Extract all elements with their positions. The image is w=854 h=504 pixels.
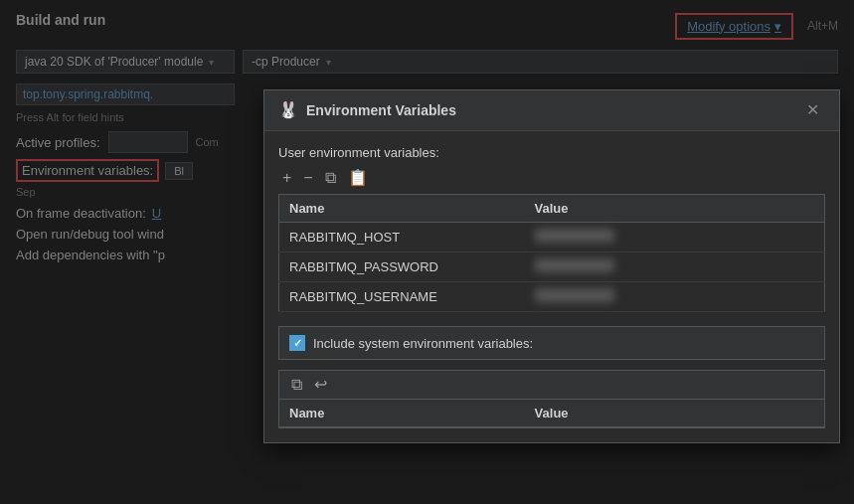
dialog-title-bar: 🐰 Environment Variables ✕	[264, 90, 839, 131]
user-env-toolbar: + − ⧉ 📋	[278, 168, 825, 188]
system-env-toolbar: ⧉ ↩	[279, 371, 824, 400]
user-env-table: Name Value RABBITMQ_HOST RABBITMQ_PASSWO…	[278, 194, 825, 312]
system-env-section: ⧉ ↩ Name Value	[278, 370, 825, 428]
user-env-label: User environment variables:	[278, 145, 825, 160]
system-env-table-header: Name Value	[279, 400, 824, 427]
include-system-row: Include system environment variables:	[278, 326, 825, 360]
undo-system-env-button[interactable]: ↩	[310, 375, 331, 395]
env-variables-dialog: 🐰 Environment Variables ✕ User environme…	[263, 89, 840, 443]
include-system-checkbox[interactable]	[289, 335, 305, 351]
system-name-col-header: Name	[279, 400, 525, 426]
env-name-cell: RABBITMQ_PASSWORD	[279, 252, 525, 282]
table-row[interactable]: RABBITMQ_USERNAME	[279, 282, 825, 312]
table-row[interactable]: RABBITMQ_HOST	[279, 223, 825, 252]
env-value-cell	[525, 282, 825, 312]
env-value-cell	[525, 223, 825, 252]
copy-system-env-button[interactable]: ⧉	[287, 375, 306, 395]
value-column-header: Value	[525, 195, 825, 223]
remove-env-button[interactable]: −	[299, 168, 316, 188]
dialog-title: Environment Variables	[306, 102, 456, 118]
copy-env-button[interactable]: ⧉	[321, 168, 340, 188]
add-env-button[interactable]: +	[278, 168, 295, 188]
env-name-cell: RABBITMQ_USERNAME	[279, 282, 525, 312]
env-name-cell: RABBITMQ_HOST	[279, 223, 525, 252]
table-row[interactable]: RABBITMQ_PASSWORD	[279, 252, 825, 282]
dialog-close-button[interactable]: ✕	[800, 100, 825, 120]
env-value-cell	[525, 252, 825, 282]
rabbit-icon: 🐰	[278, 100, 298, 120]
include-system-label: Include system environment variables:	[313, 336, 533, 351]
name-column-header: Name	[279, 195, 525, 223]
system-value-col-header: Value	[525, 400, 824, 426]
paste-env-button[interactable]: 📋	[344, 168, 372, 188]
